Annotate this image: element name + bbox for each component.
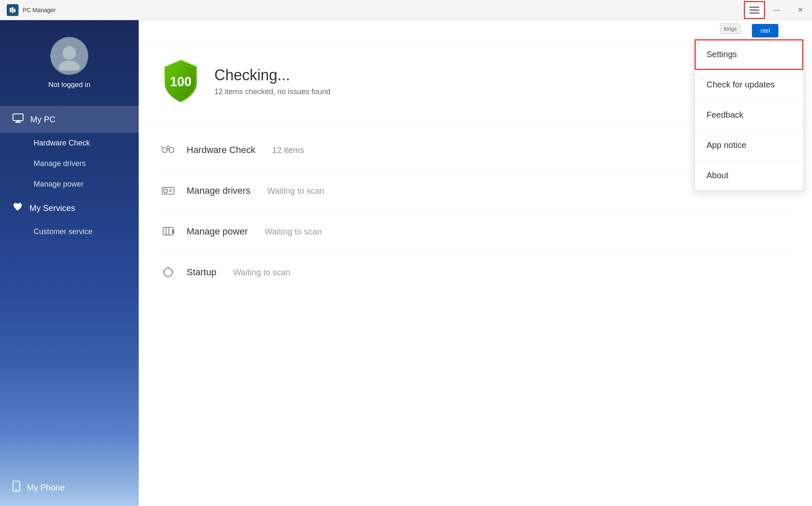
dropdown-item-feedback[interactable]: Feedback [695,100,803,130]
sidebar: Not logged in My PC Hardware Check [0,20,139,506]
avatar[interactable] [50,37,88,75]
sidebar-item-customer-service[interactable]: Customer service [0,221,139,242]
svg-point-3 [63,46,76,60]
svg-rect-0 [10,8,11,12]
hardware-check-title: Hardware Check [187,145,256,155]
my-phone-label: My Phone [27,483,65,493]
minimize-button[interactable]: — [765,0,788,20]
dropdown-item-settings[interactable]: Settings [695,40,803,70]
my-pc-label: My PC [30,115,55,124]
svg-text:100: 100 [170,74,191,89]
score-subtitle: 12 items checked, no issues found [214,87,330,96]
startup-status: Waiting to scan [233,268,290,277]
svg-rect-23 [172,230,174,233]
my-pc-icon [13,113,24,125]
manage-power-icon [160,223,177,240]
close-button[interactable]: ✕ [788,0,812,20]
dropdown-item-app-notice[interactable]: App notice [695,130,803,161]
content-header: ttings ntel [139,20,812,41]
my-services-label: My Services [29,203,75,213]
shield-icon: 100 [160,58,202,104]
svg-rect-5 [13,114,23,121]
manage-power-title: Manage power [187,226,248,237]
sidebar-item-my-pc[interactable]: My PC [0,106,139,133]
app-title: PC Manager [23,7,56,13]
my-services-icon [13,202,23,214]
check-item-startup[interactable]: Startup Waiting to scan [160,252,791,293]
customer-service-label: Customer service [34,227,92,236]
content-area: ttings ntel 100 [139,20,812,506]
main-layout: Not logged in My PC Hardware Check [0,20,812,506]
dropdown-menu: Settings Check for updates Feedback App … [694,39,804,191]
checking-title: Checking... [214,66,330,84]
settings-tooltip-partial: ttings [720,24,741,34]
user-status: Not logged in [48,81,90,89]
manage-drivers-label: Manage drivers [34,159,86,168]
sidebar-item-hardware-check[interactable]: Hardware Check [0,133,139,153]
sidebar-item-manage-power[interactable]: Manage power [0,174,139,195]
dropdown-item-about[interactable]: About [695,161,803,190]
hamburger-line-2 [749,10,759,11]
avatar-icon [55,41,84,71]
sidebar-item-my-phone[interactable]: My Phone [0,473,139,502]
svg-rect-20 [163,227,173,235]
sidebar-item-my-services[interactable]: My Services [0,195,139,221]
hamburger-line-3 [749,13,759,13]
dropdown-item-check-updates[interactable]: Check for updates [695,70,803,100]
manage-power-label: Manage power [34,180,84,188]
sidebar-item-manage-drivers[interactable]: Manage drivers [0,153,139,174]
title-controls: — ✕ [744,0,812,20]
shield-container: 100 [160,58,202,104]
svg-rect-6 [16,121,20,122]
hamburger-button[interactable] [744,1,765,19]
user-section: Not logged in [0,20,139,102]
startup-icon [160,264,177,281]
svg-rect-1 [12,7,13,13]
hardware-check-status: 12 items [272,145,304,155]
hardware-check-icon [160,142,177,158]
manage-drivers-title: Manage drivers [187,185,250,196]
startup-title: Startup [187,267,216,278]
hardware-check-label: Hardware Check [34,139,90,147]
svg-rect-7 [15,122,21,123]
manage-drivers-status: Waiting to scan [267,186,324,196]
check-item-power[interactable]: Manage power Waiting to scan [160,211,791,252]
manage-drivers-icon [160,182,177,199]
hamburger-line-1 [749,7,759,8]
svg-rect-2 [14,9,16,12]
svg-line-13 [161,146,162,148]
svg-point-4 [59,61,80,71]
svg-rect-17 [164,189,167,192]
title-bar: PC Manager — ✕ [0,0,812,20]
app-logo [7,4,18,16]
title-bar-left: PC Manager [7,4,56,16]
sidebar-nav: My PC Hardware Check Manage drivers Mana… [0,102,139,506]
score-info: Checking... 12 items checked, no issues … [214,66,330,96]
manage-power-status: Waiting to scan [265,227,322,237]
my-phone-icon [13,481,20,494]
svg-point-9 [16,490,17,491]
intel-button[interactable]: ntel [752,24,778,37]
